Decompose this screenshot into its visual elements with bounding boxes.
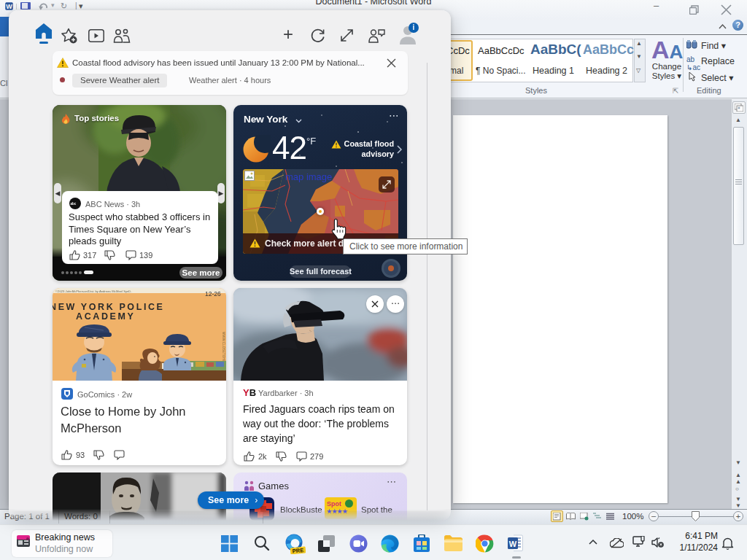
svg-text:ACADEMY: ACADEMY bbox=[76, 311, 135, 322]
svg-text:12-26: 12-26 bbox=[205, 290, 221, 298]
svg-text:PRE: PRE bbox=[292, 547, 303, 554]
svg-text:W: W bbox=[509, 540, 517, 548]
svg-text:©2023 JohnMcPherson/Dist. by A: ©2023 JohnMcPherson/Dist. by Andrews McM… bbox=[55, 289, 132, 293]
svg-text:NEW YORK POLICE: NEW YORK POLICE bbox=[53, 302, 165, 312]
